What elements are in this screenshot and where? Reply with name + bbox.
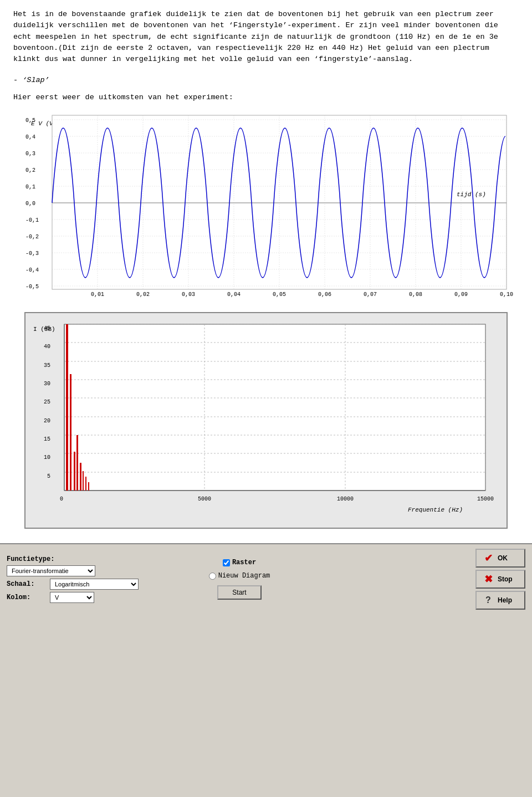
svg-text:10000: 10000 xyxy=(337,496,354,502)
svg-text:-0,1: -0,1 xyxy=(25,217,39,223)
toolbar-left: Functietype: Fourier-transformatie Schaa… xyxy=(7,555,160,603)
svg-text:-0,5: -0,5 xyxy=(25,284,39,290)
svg-text:0,01: 0,01 xyxy=(91,292,104,297)
svg-text:Frequentie (Hz): Frequentie (Hz) xyxy=(408,507,463,513)
svg-text:20: 20 xyxy=(44,418,50,424)
stop-icon: ✖ xyxy=(482,573,494,585)
functietype-select-row: Fourier-transformatie xyxy=(7,565,160,576)
svg-text:0,10: 0,10 xyxy=(500,292,513,297)
svg-text:15: 15 xyxy=(44,436,50,442)
nieuw-diagram-radio[interactable] xyxy=(209,573,216,580)
time-chart-container: E V (V) 0,5 0,4 0,3 0,2 0,1 0,0 -0,1 -0,… xyxy=(24,109,508,301)
ok-button[interactable]: ✔ OK xyxy=(475,549,525,568)
svg-text:15000: 15000 xyxy=(477,496,494,502)
svg-text:10: 10 xyxy=(44,454,50,461)
functietype-row: Functietype: xyxy=(7,555,160,563)
svg-text:35: 35 xyxy=(44,362,50,369)
svg-text:0,5: 0,5 xyxy=(25,117,35,124)
functietype-label: Functietype: xyxy=(7,555,54,563)
svg-rect-46 xyxy=(64,324,485,491)
svg-text:25: 25 xyxy=(44,399,50,405)
help-button[interactable]: ? Help xyxy=(475,591,525,610)
svg-text:0,0: 0,0 xyxy=(25,201,35,207)
content-area: Het is in de bovenstaande grafiek duidel… xyxy=(0,0,532,543)
svg-text:5: 5 xyxy=(47,473,50,479)
svg-rect-81 xyxy=(83,471,84,491)
svg-rect-77 xyxy=(70,374,71,491)
ok-icon: ✔ xyxy=(482,552,494,564)
time-domain-chart: E V (V) 0,5 0,4 0,3 0,2 0,1 0,0 -0,1 -0,… xyxy=(24,109,518,297)
svg-text:tijd (s): tijd (s) xyxy=(457,191,486,198)
toolbar: Functietype: Fourier-transformatie Schaa… xyxy=(0,543,532,614)
functietype-select[interactable]: Fourier-transformatie xyxy=(7,565,95,576)
svg-text:0,03: 0,03 xyxy=(182,292,195,297)
paragraph1: Het is in de bovenstaande grafiek duidel… xyxy=(13,9,519,65)
svg-text:0,2: 0,2 xyxy=(25,167,35,173)
toolbar-right-buttons: ✔ OK ✖ Stop ? Help xyxy=(475,549,525,610)
schaal-label: Schaal: xyxy=(7,580,45,588)
svg-text:0: 0 xyxy=(60,496,63,502)
svg-rect-80 xyxy=(80,463,81,491)
help-icon: ? xyxy=(482,594,494,606)
start-button[interactable]: Start xyxy=(217,585,262,600)
svg-text:45: 45 xyxy=(44,325,50,331)
schaal-row: Schaal: Logaritmisch xyxy=(7,579,160,590)
svg-text:0,04: 0,04 xyxy=(227,292,241,297)
svg-text:0,3: 0,3 xyxy=(25,151,35,157)
intro-text: Hier eerst weer de uitkomsten van het ex… xyxy=(13,92,519,103)
svg-text:-0,2: -0,2 xyxy=(25,234,39,240)
svg-text:0,06: 0,06 xyxy=(318,292,331,297)
svg-rect-78 xyxy=(74,452,75,491)
svg-text:0,05: 0,05 xyxy=(273,292,286,297)
raster-label: Raster xyxy=(232,559,256,566)
kolom-label: Kolom: xyxy=(7,594,45,601)
stop-label: Stop xyxy=(498,575,513,583)
svg-text:-0,4: -0,4 xyxy=(25,267,39,273)
svg-text:-0,3: -0,3 xyxy=(25,251,39,257)
nieuw-diagram-row: Nieuw Diagram xyxy=(209,572,270,580)
schaal-select[interactable]: Logaritmisch xyxy=(50,579,139,590)
svg-text:0,09: 0,09 xyxy=(454,292,468,297)
svg-text:40: 40 xyxy=(44,344,50,350)
kolom-select[interactable]: V xyxy=(50,592,94,603)
svg-rect-82 xyxy=(85,477,86,491)
section-label: - ‘Slap’ xyxy=(13,75,519,86)
stop-button[interactable]: ✖ Stop xyxy=(475,570,525,589)
nieuw-diagram-label: Nieuw Diagram xyxy=(218,572,270,580)
svg-rect-83 xyxy=(88,482,89,491)
spectrum-container: I (dB) 45 40 35 30 25 20 15 10 5 xyxy=(24,312,508,529)
raster-row: Raster xyxy=(223,559,256,566)
help-label: Help xyxy=(498,596,512,604)
ok-label: OK xyxy=(498,554,508,562)
svg-text:0,4: 0,4 xyxy=(25,134,35,140)
kolom-row: Kolom: V xyxy=(7,592,160,603)
raster-checkbox[interactable] xyxy=(223,559,230,566)
spectrum-chart: I (dB) 45 40 35 30 25 20 15 10 5 xyxy=(31,319,497,518)
svg-text:0,07: 0,07 xyxy=(364,292,377,297)
svg-text:0,08: 0,08 xyxy=(409,292,422,297)
svg-text:0,02: 0,02 xyxy=(136,292,150,297)
svg-text:30: 30 xyxy=(44,381,50,387)
toolbar-center: Raster Nieuw Diagram Start xyxy=(163,559,316,600)
svg-rect-79 xyxy=(76,435,78,491)
svg-text:0,1: 0,1 xyxy=(25,184,35,190)
svg-text:5000: 5000 xyxy=(198,496,211,502)
svg-rect-76 xyxy=(66,324,68,491)
